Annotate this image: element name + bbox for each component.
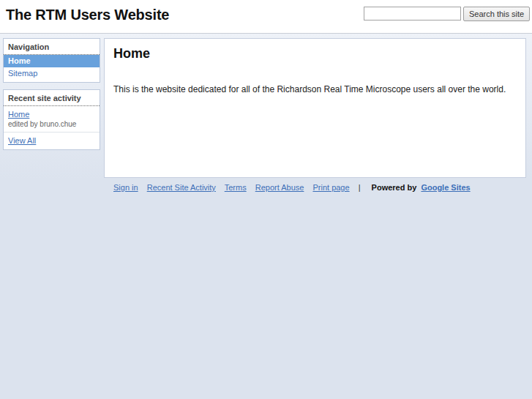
- view-all-row: View All: [4, 132, 100, 149]
- sidebar-item-sitemap[interactable]: Sitemap: [4, 67, 100, 80]
- navigation-box: Navigation Home Sitemap: [3, 38, 100, 83]
- powered-by-label: Powered by: [372, 183, 417, 192]
- recent-activity-title: Recent site activity: [4, 90, 100, 106]
- page: The RTM Users Website Search this site N…: [0, 0, 532, 399]
- search-button[interactable]: Search this site: [463, 7, 530, 21]
- footer-link-sign-in[interactable]: Sign in: [113, 183, 138, 192]
- navigation-list: Home Sitemap: [4, 55, 100, 82]
- footer-separator: |: [359, 183, 361, 192]
- header: The RTM Users Website Search this site: [0, 0, 532, 34]
- activity-entry: Home edited by bruno.chue: [4, 106, 100, 132]
- body-text: This is the website dedicated for all of…: [113, 84, 517, 94]
- activity-entry-link[interactable]: Home: [8, 110, 29, 119]
- footer-link-terms[interactable]: Terms: [225, 183, 247, 192]
- footer-link-report-abuse[interactable]: Report Abuse: [255, 183, 304, 192]
- google-sites-link[interactable]: Google Sites: [421, 183, 470, 192]
- recent-activity-box: Recent site activity Home edited by brun…: [3, 89, 100, 150]
- navigation-title: Navigation: [4, 39, 100, 55]
- sidebar: Navigation Home Sitemap Recent site acti…: [3, 38, 100, 150]
- main-content: Home This is the website dedicated for a…: [104, 38, 526, 178]
- footer-link-recent-site-activity[interactable]: Recent Site Activity: [147, 183, 216, 192]
- view-all-link[interactable]: View All: [8, 136, 36, 145]
- sidebar-item-home[interactable]: Home: [4, 55, 100, 67]
- page-title: Home: [113, 46, 517, 61]
- search-input[interactable]: [364, 7, 461, 20]
- footer-link-print-page[interactable]: Print page: [312, 183, 349, 192]
- activity-entry-meta: edited by bruno.chue: [8, 120, 95, 128]
- site-title: The RTM Users Website: [6, 7, 169, 23]
- footer: Sign in Recent Site Activity Terms Repor…: [104, 183, 526, 192]
